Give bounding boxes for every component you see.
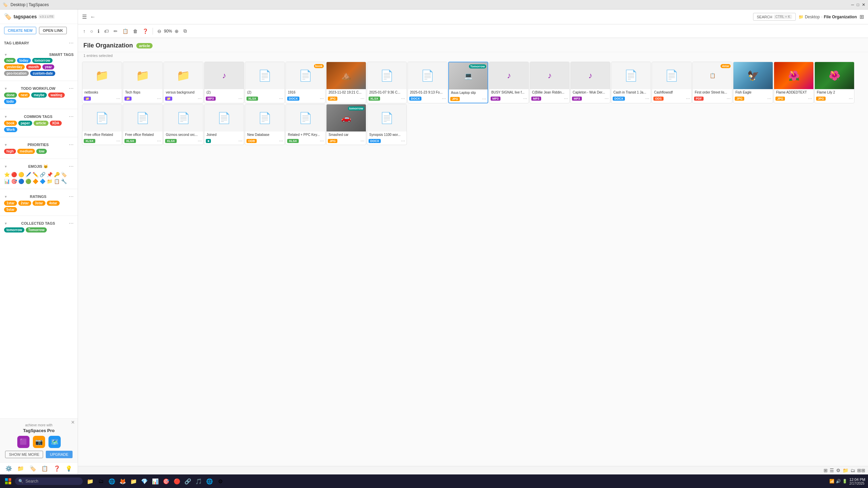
emoji-orange[interactable]: 🔶 [33,179,38,184]
file-more-versus[interactable]: ⋯ [198,96,202,101]
file-more-1916[interactable]: ⋯ [320,96,324,101]
file-type-jpg-car[interactable]: JPG [328,139,337,143]
file-type-odb[interactable]: ODB [246,139,257,143]
file-card-fisheagle[interactable]: 🦅 Fish Eagle JPG ⋯ [733,62,773,103]
file-type-jpg2[interactable]: JPG [450,97,460,101]
file-type-mp3-billie[interactable]: MP3 [531,97,541,101]
grid-icon[interactable]: ⧉ [182,27,188,35]
file-more-fisheagle[interactable]: ⋯ [767,96,771,101]
ratings-more-icon[interactable]: ⋯ [69,194,74,199]
maximize-icon[interactable]: □ [857,2,859,7]
help-toolbar-icon[interactable]: ❓ [141,27,149,35]
taskbar-app-edge[interactable]: 🌐 [107,476,117,486]
tag-xda[interactable]: XDA [50,121,62,126]
emoji-diamond[interactable]: 🔷 [40,179,45,184]
settings-icon[interactable]: ⚙️ [5,465,12,472]
tag-tomorrow[interactable]: tomorrow [32,58,53,63]
emoji-green[interactable]: 🟢 [25,179,31,184]
file-more-techflops[interactable]: ⋯ [157,96,161,101]
file-type-mp3-busy[interactable]: MP3 [491,97,500,101]
tag-geo-location[interactable]: geo-location [4,71,29,76]
emoji-pin[interactable]: 📌 [47,172,53,177]
tag-4star[interactable]: 4star [47,201,60,206]
file-type-docx-synopsis[interactable]: DOCX [369,139,381,143]
taskbar-app-settings[interactable]: ⚙ [216,476,225,486]
file-card-firstorder[interactable]: 4star 📋 First order Street lis... PDF ⋯ [692,62,732,103]
file-more-2023[interactable]: ⋯ [360,96,364,101]
upgrade-button[interactable]: UPGRADE [46,451,72,458]
file-card-freeoffice2[interactable]: 📄 Free office Related XLSX ⋯ [123,104,163,145]
file-card-related[interactable]: 📄 Related + PPC Key... XLSX ⋯ [285,104,326,145]
file-card-flame[interactable]: 🌺 Flame ADDEDTEXT JPG ⋯ [774,62,814,103]
file-more-flamelily[interactable]: ⋯ [849,96,853,101]
tag-custom-date[interactable]: custom-date [30,71,55,76]
file-type-mp3[interactable]: MP3 [206,97,216,101]
emoji-blue[interactable]: 🔵 [18,179,24,184]
file-type-xlsx2[interactable]: XLSX [369,97,380,101]
file-card-billie[interactable]: ♪ C(Billie Jean Riddin... MP3 ⋯ [530,62,570,103]
file-type-folder3[interactable]: 📁 [165,97,172,101]
file-more-2xlsx[interactable]: ⋯ [279,96,283,101]
file-type-xlsx[interactable]: XLSX [246,97,258,101]
tag-Tomorrow-collected[interactable]: Tomorrow [26,227,47,232]
tag-library-header[interactable]: TAG LIBRARY ⋯ [4,39,74,47]
file-card-synopsis[interactable]: 📄 Synopsis 1100 wor... DOCX ⋯ [367,104,407,145]
emoji-tag[interactable]: 🏷️ [61,172,67,177]
zoom-in-icon[interactable]: ⊕ [174,27,180,35]
tag-today[interactable]: today [17,58,31,63]
tag-2star[interactable]: 2star [18,201,31,206]
file-type-xlsx-fo1[interactable]: XLSX [84,139,95,143]
file-more-newdb[interactable]: ⋯ [279,139,283,143]
file-type-docx[interactable]: DOCX [287,97,299,101]
tag-next[interactable]: next [18,93,30,98]
collected-tags-header[interactable]: ▼ Collected Tags ⋯ [4,219,74,227]
file-type-jpg[interactable]: JPG [328,97,337,101]
emoji-chart[interactable]: 📊 [4,179,10,184]
file-type-folder2[interactable]: 📁 [124,97,132,101]
multi-view-icon[interactable]: ⊞⊞ [857,468,865,473]
file-card-newdb[interactable]: 📄 New Database ODB ⋯ [245,104,285,145]
file-card-1916[interactable]: 📄 book 1916 DOCX ⋯ [285,62,326,103]
taskbar-clock[interactable]: 12:04 PM 2/17/2025 [849,477,865,485]
file-card-cash[interactable]: 📄 Cash in Transit 1 Ja... DOCX ⋯ [611,62,651,103]
file-more-freeoffice1[interactable]: ⋯ [116,139,120,143]
close-icon[interactable]: ✕ [862,2,865,7]
emoji-key[interactable]: 🔑 [54,172,60,177]
file-more-flame[interactable]: ⋯ [808,96,812,101]
common-tags-more-icon[interactable]: ⋯ [69,114,74,119]
file-card-freeoffice1[interactable]: 📄 Free office Related XLSX ⋯ [82,104,122,145]
ratings-header[interactable]: ▼ Ratings ⋯ [4,192,74,201]
breadcrumb-location[interactable]: Desktop [805,15,820,19]
tag-yesterday[interactable]: yesterday [4,64,25,69]
file-card-2-mp3[interactable]: ♪ (2) MP3 ⋯ [204,62,244,103]
file-card-netbooks[interactable]: 📁 netbooks 📁 ⋯ [82,62,122,103]
file-type-xlsx-fo2[interactable]: XLSX [124,139,136,143]
emoji-yellow[interactable]: 🟡 [18,172,24,177]
promo-close-icon[interactable]: ✕ [71,420,75,425]
file-card-2025-01-07[interactable]: 📄 2025-01-07 9:36 C... XLSX ⋯ [367,62,407,103]
file-type-xlsx-related[interactable]: XLSX [287,139,299,143]
taskbar-app-gem[interactable]: 💎 [140,476,149,486]
file-more-billie[interactable]: ⋯ [564,96,568,101]
taskbar-app-firefox[interactable]: 🦊 [118,476,127,486]
file-type-mp3-capleton[interactable]: MP3 [572,97,582,101]
file-card-techflops[interactable]: 📁 Tech flops 📁 ⋯ [123,62,163,103]
article-tag[interactable]: article [136,43,153,48]
volume-icon[interactable]: 🔊 [836,479,841,484]
file-card-2-xlsx[interactable]: 📄 (2) XLSX ⋯ [245,62,285,103]
file-type-jpg-eagle[interactable]: JPG [735,97,744,101]
tag-now[interactable]: now [4,58,16,63]
taskbar-app-music[interactable]: 🎵 [194,476,203,486]
taskbar-search[interactable]: 🔍 Search [15,477,83,485]
emoji-clipboard[interactable]: 📋 [54,179,60,184]
info-icon[interactable]: ℹ [97,27,100,35]
file-more-2025b[interactable]: ⋯ [442,96,446,101]
start-button[interactable] [3,476,14,487]
emoji-star[interactable]: ⭐ [4,172,10,177]
common-tags-header[interactable]: ▼ Common Tags ⋯ [4,113,74,121]
tag-1star[interactable]: 1star [4,201,17,206]
file-card-versus[interactable]: 📁 versus background 📁 ⋯ [163,62,203,103]
back-icon[interactable]: ← [90,14,96,20]
tag-5star[interactable]: 5star [4,207,17,212]
tag-article[interactable]: article [34,121,48,126]
